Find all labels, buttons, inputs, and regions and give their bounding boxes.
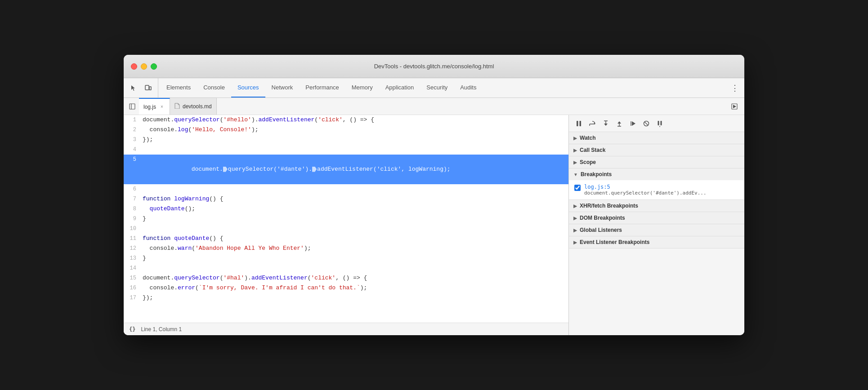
scope-header[interactable]: ▶ Scope	[569, 156, 744, 168]
breakpoint-info-1: log.js:5 document.querySelector('#dante'…	[584, 184, 707, 196]
tab-application[interactable]: Application	[379, 78, 421, 98]
status-bar: {} Line 1, Column 1	[124, 323, 568, 335]
tab-memory[interactable]: Memory	[345, 78, 379, 98]
xhr-header[interactable]: ▶ XHR/fetch Breakpoints	[569, 200, 744, 212]
minimize-button[interactable]	[141, 63, 147, 70]
file-tab-logjs[interactable]: log.js ×	[139, 98, 170, 115]
document-icon	[174, 103, 180, 109]
code-line-14: 14	[124, 263, 568, 273]
tab-network[interactable]: Network	[265, 78, 300, 98]
tabs-spacer	[483, 78, 725, 98]
scope-label: Scope	[580, 159, 596, 165]
code-line-1: 1 document.querySelector('#hello').addEv…	[124, 115, 568, 125]
breakpoint-arrow	[185, 166, 191, 173]
watch-header[interactable]: ▶ Watch	[569, 132, 744, 144]
code-lines: 1 document.querySelector('#hello').addEv…	[124, 115, 568, 323]
svg-rect-2	[130, 104, 135, 109]
tab-elements[interactable]: Elements	[160, 78, 197, 98]
pause-icon	[575, 120, 582, 127]
tab-console[interactable]: Console	[197, 78, 231, 98]
global-listeners-header[interactable]: ▶ Global Listeners	[569, 224, 744, 236]
event-listener-bp-header[interactable]: ▶ Event Listener Breakpoints	[569, 236, 744, 248]
device-toolbar-btn[interactable]	[142, 82, 154, 94]
cursor-icon-btn[interactable]	[127, 82, 140, 94]
file-icon	[174, 103, 180, 110]
pause-resume-btn[interactable]	[573, 117, 585, 130]
more-tabs-button[interactable]: ⋮	[725, 78, 744, 98]
close-button[interactable]	[131, 63, 137, 70]
pause-on-exceptions-btn[interactable]	[653, 117, 666, 130]
breakpoint-file-1: log.js:5	[584, 184, 707, 190]
sources-play-btn[interactable]	[728, 100, 741, 113]
step-out-btn[interactable]	[613, 117, 626, 130]
breakpoint-checkbox-1[interactable]	[574, 185, 581, 191]
deactivate-icon	[643, 120, 650, 127]
bp-marker	[223, 167, 228, 172]
code-line-16: 16 console.error(`I'm sorry, Dave. I'm a…	[124, 283, 568, 293]
code-line-11: 11 function quoteDante() {	[124, 234, 568, 244]
debug-toolbar	[569, 115, 744, 132]
svg-marker-12	[604, 124, 608, 126]
play-snippets-icon	[731, 103, 738, 110]
file-tabs-right	[728, 98, 744, 115]
file-tab-logjs-close[interactable]: ×	[159, 104, 165, 110]
call-stack-header[interactable]: ▶ Call Stack	[569, 144, 744, 156]
window-title: DevTools - devtools.glitch.me/console/lo…	[374, 63, 494, 70]
tab-security[interactable]: Security	[420, 78, 454, 98]
code-line-5: 5 document.querySelector('#dante').addEv…	[124, 155, 568, 184]
continue-btn[interactable]	[626, 117, 639, 130]
code-editor[interactable]: 1 document.querySelector('#hello').addEv…	[124, 115, 569, 335]
svg-rect-22	[661, 121, 662, 125]
breakpoint-code-1: document.querySelector('#dante').addEv..…	[584, 190, 707, 196]
svg-rect-6	[577, 121, 578, 126]
maximize-button[interactable]	[151, 63, 157, 70]
cursor-position: Line 1, Column 1	[141, 326, 182, 332]
file-tab-devtools-label: devtools.md	[183, 103, 212, 110]
tab-audits[interactable]: Audits	[454, 78, 483, 98]
event-listener-bp-arrow: ▶	[573, 240, 577, 245]
call-stack-label: Call Stack	[580, 147, 605, 153]
call-stack-arrow: ▶	[573, 148, 577, 153]
event-listener-bp-label: Event Listener Breakpoints	[580, 239, 649, 245]
deactivate-breakpoints-btn[interactable]	[640, 117, 653, 130]
svg-marker-18	[632, 121, 635, 126]
xhr-arrow: ▶	[573, 204, 577, 208]
call-stack-section: ▶ Call Stack	[569, 144, 744, 156]
code-line-9: 9 }	[124, 214, 568, 224]
format-icon[interactable]: {}	[129, 326, 135, 332]
tab-performance[interactable]: Performance	[299, 78, 345, 98]
devtools-window: DevTools - devtools.glitch.me/console/lo…	[124, 55, 744, 335]
file-tabs-spacer	[217, 98, 728, 115]
code-line-15: 15 document.querySelector('#hal').addEve…	[124, 273, 568, 283]
global-listeners-arrow: ▶	[573, 228, 577, 233]
dom-breakpoints-header[interactable]: ▶ DOM Breakpoints	[569, 212, 744, 224]
code-line-10: 10	[124, 224, 568, 234]
svg-rect-0	[145, 85, 149, 90]
watch-section: ▶ Watch	[569, 132, 744, 144]
breakpoints-content: log.js:5 document.querySelector('#dante'…	[569, 180, 744, 199]
code-line-4: 4	[124, 145, 568, 155]
svg-line-20	[644, 122, 648, 125]
step-over-icon	[589, 120, 596, 127]
step-into-icon	[602, 120, 609, 127]
panel-toggle-btn[interactable]	[125, 98, 139, 115]
file-tab-devtools-md[interactable]: devtools.md	[170, 98, 217, 115]
breakpoint-item-1: log.js:5 document.querySelector('#dante'…	[569, 182, 744, 198]
dom-breakpoints-section: ▶ DOM Breakpoints	[569, 212, 744, 224]
scope-arrow: ▶	[573, 160, 577, 165]
svg-rect-21	[658, 121, 659, 125]
code-line-12: 12 console.warn('Abandon Hope All Ye Who…	[124, 244, 568, 253]
code-line-17: 17 });	[124, 293, 568, 303]
scope-section: ▶ Scope	[569, 156, 744, 168]
step-over-btn[interactable]	[586, 117, 599, 130]
dom-bp-label: DOM Breakpoints	[580, 215, 625, 221]
dom-bp-arrow: ▶	[573, 216, 577, 221]
step-into-btn[interactable]	[600, 117, 612, 130]
title-bar: DevTools - devtools.glitch.me/console/lo…	[124, 55, 744, 78]
breakpoints-header[interactable]: ▼ Breakpoints	[569, 168, 744, 180]
step-out-icon	[616, 120, 623, 127]
tab-sources[interactable]: Sources	[231, 78, 265, 98]
file-tab-logjs-label: log.js	[143, 104, 156, 110]
panel-layout-icon	[129, 103, 135, 110]
breakpoints-arrow: ▼	[573, 172, 578, 177]
